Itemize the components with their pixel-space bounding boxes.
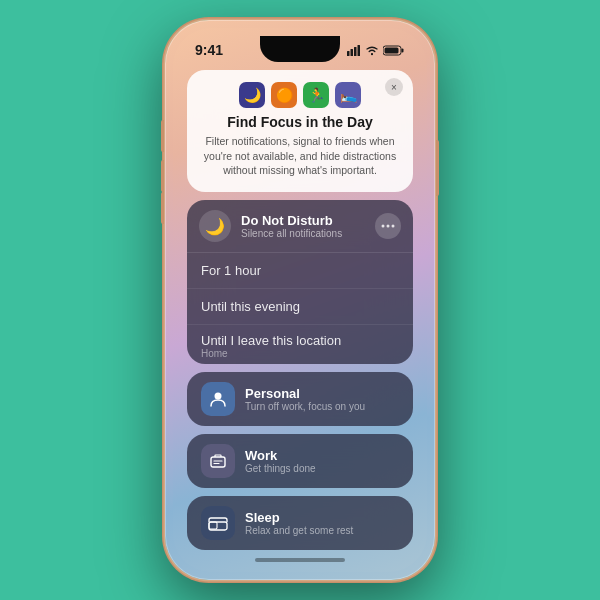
- dnd-moon-icon: 🌙: [199, 210, 231, 242]
- ellipsis-icon: [381, 224, 395, 228]
- svg-rect-2: [354, 47, 357, 56]
- dnd-text: Do Not Disturb Silence all notifications: [241, 213, 365, 239]
- svg-rect-1: [351, 49, 354, 56]
- wifi-icon: [365, 45, 379, 56]
- dnd-header: 🌙 Do Not Disturb Silence all notificatio…: [187, 200, 413, 252]
- phone-outer: 9:41: [165, 20, 435, 580]
- dnd-option-location-sub: Home: [201, 348, 399, 359]
- sleep-icon: [201, 506, 235, 540]
- work-icon: [201, 444, 235, 478]
- personal-subtitle: Turn off work, focus on you: [245, 401, 365, 412]
- home-indicator: [255, 558, 345, 562]
- dnd-more-button[interactable]: [375, 213, 401, 239]
- sleep-title: Sleep: [245, 510, 353, 525]
- work-subtitle: Get things done: [245, 463, 316, 474]
- svg-point-11: [215, 393, 222, 400]
- focus-card-description: Filter notifications, signal to friends …: [201, 134, 399, 178]
- svg-point-10: [392, 225, 395, 228]
- notch: [260, 36, 340, 62]
- personal-text: Personal Turn off work, focus on you: [245, 386, 365, 412]
- dnd-options: For 1 hour Until this evening Until I le…: [187, 252, 413, 364]
- svg-rect-16: [209, 522, 217, 529]
- svg-point-9: [387, 225, 390, 228]
- dnd-section: 🌙 Do Not Disturb Silence all notificatio…: [187, 200, 413, 364]
- focus-icon-orange: 🟠: [271, 82, 297, 108]
- dnd-option-1hour[interactable]: For 1 hour: [187, 253, 413, 289]
- dnd-option-location-title: Until I leave this location: [201, 333, 399, 348]
- focus-item-work[interactable]: Work Get things done: [187, 434, 413, 488]
- focus-item-personal[interactable]: Personal Turn off work, focus on you: [187, 372, 413, 426]
- battery-icon: [383, 45, 405, 56]
- focus-item-sleep[interactable]: Sleep Relax and get some rest: [187, 496, 413, 550]
- svg-point-8: [382, 225, 385, 228]
- focus-card-close-button[interactable]: ×: [385, 78, 403, 96]
- focus-card-title: Find Focus in the Day: [201, 114, 399, 130]
- svg-rect-3: [358, 45, 361, 56]
- status-icons: [347, 45, 405, 56]
- phone-screen: 9:41: [173, 28, 427, 572]
- focus-icon-moon: 🌙: [239, 82, 265, 108]
- find-focus-card: × 🌙 🟠 🏃 🛌 Find Focus in the Day Filter n…: [187, 70, 413, 192]
- sleep-text: Sleep Relax and get some rest: [245, 510, 353, 536]
- dnd-option-location[interactable]: Until I leave this location Home: [187, 325, 413, 364]
- svg-point-4: [371, 53, 373, 55]
- dnd-option-evening[interactable]: Until this evening: [187, 289, 413, 325]
- svg-rect-7: [385, 47, 399, 53]
- focus-icon-sleep: 🛌: [335, 82, 361, 108]
- personal-title: Personal: [245, 386, 365, 401]
- sleep-subtitle: Relax and get some rest: [245, 525, 353, 536]
- status-time: 9:41: [195, 42, 223, 58]
- focus-icon-running: 🏃: [303, 82, 329, 108]
- signal-icon: [347, 45, 361, 56]
- svg-rect-6: [402, 48, 404, 52]
- work-title: Work: [245, 448, 316, 463]
- work-text: Work Get things done: [245, 448, 316, 474]
- dnd-title: Do Not Disturb: [241, 213, 365, 228]
- screen-content: × 🌙 🟠 🏃 🛌 Find Focus in the Day Filter n…: [173, 62, 427, 566]
- focus-icons-row: 🌙 🟠 🏃 🛌: [201, 82, 399, 108]
- svg-rect-0: [347, 51, 350, 56]
- svg-rect-12: [211, 457, 225, 467]
- dnd-subtitle: Silence all notifications: [241, 228, 365, 239]
- personal-icon: [201, 382, 235, 416]
